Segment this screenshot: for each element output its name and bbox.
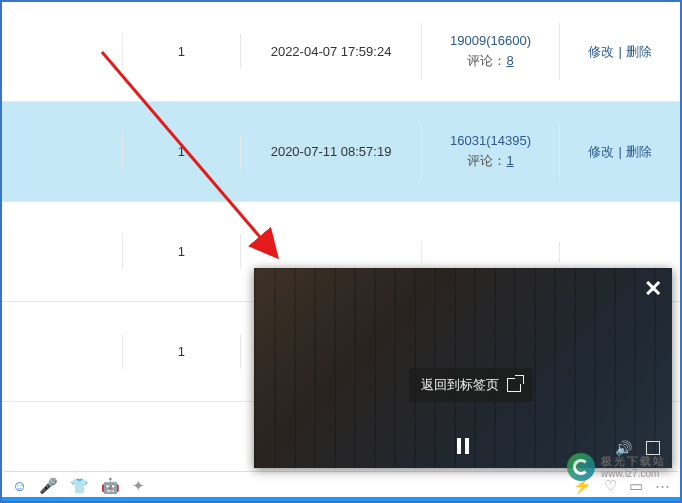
cell-datetime: 2022-04-07 17:59:24 <box>241 34 420 69</box>
site-watermark: 极光下载站 www.lz7.com <box>567 453 666 481</box>
cell-actions: 修改|删除 <box>560 133 680 171</box>
stats-link[interactable]: 19009(16600) <box>450 33 531 48</box>
cell-empty <box>2 142 122 162</box>
table-row: 1 2022-04-07 17:59:24 19009(16600) 评论：8 … <box>2 2 680 102</box>
shirt-icon[interactable]: 👕 <box>70 477 89 495</box>
return-to-tab-tooltip[interactable]: 返回到标签页 <box>409 368 533 402</box>
watermark-logo-icon <box>567 453 595 481</box>
cell-count: 1 <box>122 234 242 269</box>
cell-datetime: 2020-07-11 08:57:19 <box>241 134 420 169</box>
table-row: 1 2020-07-11 08:57:19 16031(14395) 评论：1 … <box>2 102 680 202</box>
cell-count: 1 <box>122 134 242 169</box>
pause-icon <box>457 438 469 454</box>
close-icon[interactable]: ✕ <box>644 276 662 302</box>
cell-actions: 修改|删除 <box>560 33 680 71</box>
cell-stats: 16031(14395) 评论：1 <box>421 123 561 180</box>
edit-link[interactable]: 修改 <box>588 144 614 159</box>
cell-empty <box>2 342 122 362</box>
cell-empty <box>2 242 122 262</box>
mic-icon[interactable]: 🎤 <box>39 477 58 495</box>
external-link-icon <box>507 378 521 392</box>
cell-empty <box>2 42 122 62</box>
cell-empty <box>421 242 561 262</box>
tooltip-text: 返回到标签页 <box>421 376 499 394</box>
comment-count-link[interactable]: 8 <box>506 53 513 68</box>
cell-empty <box>241 242 420 262</box>
cell-count: 1 <box>122 34 242 69</box>
pause-button[interactable] <box>457 438 469 454</box>
edit-link[interactable]: 修改 <box>588 44 614 59</box>
sparkle-icon[interactable]: ✦ <box>132 477 145 495</box>
cell-stats: 19009(16600) 评论：8 <box>421 23 561 80</box>
delete-link[interactable]: 删除 <box>626 44 652 59</box>
comment-count-link[interactable]: 1 <box>506 153 513 168</box>
watermark-url: www.lz7.com <box>601 468 666 479</box>
video-player-overlay: ✕ 返回到标签页 🔊 <box>254 268 672 468</box>
watermark-name: 极光下载站 <box>601 455 666 467</box>
cell-empty <box>560 242 680 262</box>
cell-count: 1 <box>122 334 242 369</box>
robot-icon[interactable]: 🤖 <box>101 477 120 495</box>
stats-link[interactable]: 16031(14395) <box>450 133 531 148</box>
bottom-accent-bar <box>2 497 680 501</box>
smiley-icon[interactable]: ☺ <box>12 477 27 494</box>
delete-link[interactable]: 删除 <box>626 144 652 159</box>
